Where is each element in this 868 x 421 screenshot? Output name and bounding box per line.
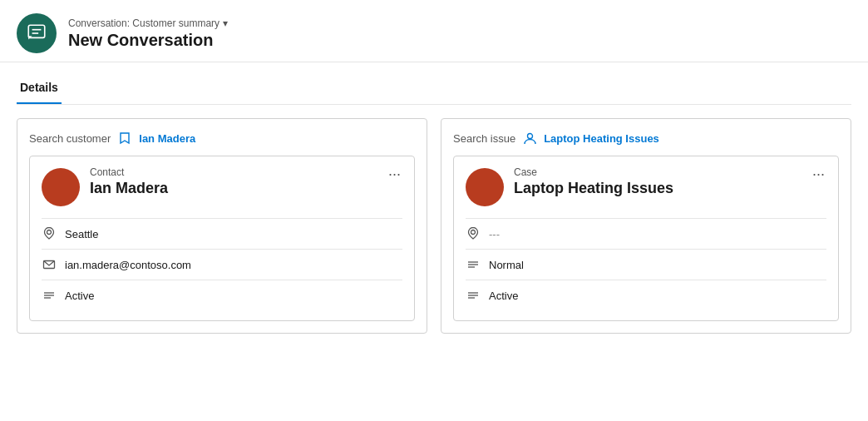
svg-point-8 [527,133,532,138]
tabs-section: Details [0,62,868,105]
header: Conversation: Customer summary ▾ New Con… [0,0,868,62]
issue-card-type: Case [514,166,811,178]
issue-card: Case Laptop Heating Issues ··· --- [453,156,839,321]
customer-avatar [42,168,80,206]
customer-search-label: Search customer [29,132,111,145]
issue-search-row: Search issue Laptop Heating Issues [453,131,839,146]
status-icon [42,288,57,303]
location-icon [42,226,57,241]
customer-search-value[interactable]: Ian Madera [139,132,195,145]
customer-card-type: Contact [90,166,387,178]
issue-card-title-section: Case Laptop Heating Issues [514,166,811,197]
customer-card-name: Ian Madera [90,180,387,197]
issue-location-icon [466,226,481,241]
conversation-icon [26,22,47,44]
email-icon [42,257,57,272]
header-subtitle: Conversation: Customer summary ▾ [68,17,228,29]
svg-point-9 [471,230,476,235]
svg-point-3 [47,230,52,235]
customer-card-header: Contact Ian Madera ··· [42,166,402,206]
issue-location-field: --- [466,218,826,249]
customer-search-row: Search customer Ian Madera [29,131,415,146]
issue-priority-icon [466,257,481,272]
customer-email-field: ian.madera@contoso.com [42,249,402,280]
bookmark-icon [117,131,132,146]
issue-search-value[interactable]: Laptop Heating Issues [544,132,659,145]
customer-card-more-button[interactable]: ··· [387,166,402,181]
tabs-bar: Details [17,74,851,105]
issue-search-label: Search issue [453,132,515,145]
issue-card-name: Laptop Heating Issues [514,180,811,197]
customer-card: Contact Ian Madera ··· Seattle [29,156,415,321]
issue-status-icon [466,288,481,303]
issue-status-field: Active [466,280,826,310]
issue-priority-value: Normal [489,259,524,271]
customer-email-value: ian.madera@contoso.com [65,259,191,271]
header-title: New Conversation [68,31,228,50]
header-text: Conversation: Customer summary ▾ New Con… [68,17,228,50]
app-icon [17,13,57,53]
customer-status-value: Active [65,290,94,302]
customer-location-field: Seattle [42,218,402,249]
main-content: Search customer Ian Madera Contact Ian M… [0,105,868,347]
issue-card-more-button[interactable]: ··· [811,166,826,181]
customer-status-field: Active [42,280,402,310]
svg-rect-0 [28,25,45,37]
subtitle-text: Conversation: Customer summary [68,17,219,29]
issue-card-header: Case Laptop Heating Issues ··· [466,166,826,206]
issue-location-value: --- [489,228,500,240]
issue-avatar [466,168,504,206]
customer-card-title-section: Contact Ian Madera [90,166,387,197]
tab-details[interactable]: Details [17,74,62,104]
customer-panel: Search customer Ian Madera Contact Ian M… [17,118,427,334]
issue-priority-field: Normal [466,249,826,280]
customer-location-value: Seattle [65,228,98,240]
person-icon [522,131,537,146]
issue-panel: Search issue Laptop Heating Issues Case … [441,118,851,334]
issue-status-value: Active [489,290,518,302]
chevron-icon[interactable]: ▾ [223,17,228,29]
